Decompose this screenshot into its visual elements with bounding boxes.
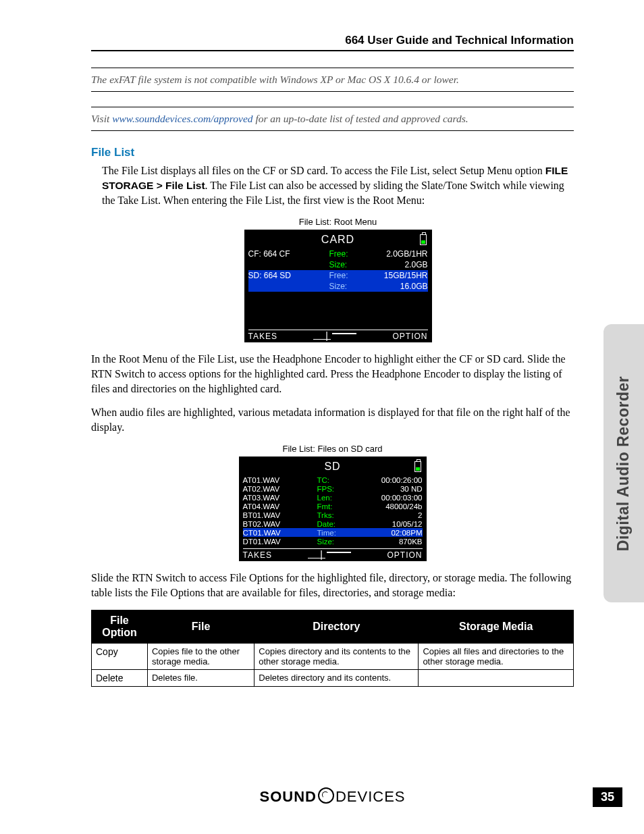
cell: Deletes file. [147, 669, 254, 686]
cell: Deletes directory and its contents. [254, 669, 419, 686]
section-heading: File List [91, 146, 574, 159]
meta-value: 02:08PM [344, 529, 423, 537]
callout-text: for an up-to-date list of tested and app… [253, 113, 468, 124]
section-tab-label: Digital Audio Recorder [615, 375, 633, 550]
file-row: AT01.WAVTC:00:00:26:00 [243, 475, 423, 484]
text: The File List displays all files on the … [102, 165, 545, 176]
stat-label: Size: [329, 260, 359, 269]
running-header: 664 User Guide and Technical Information [91, 34, 574, 51]
stat-label: Free: [329, 249, 359, 259]
stat-value: 2.0GB [359, 260, 428, 269]
card-name: CF: 664 CF [248, 249, 329, 259]
battery-icon [414, 461, 421, 472]
file-options-table: File Option File Directory Storage Media… [91, 610, 574, 687]
meta-value: 00:00:03:00 [344, 494, 423, 502]
meta-label: Date: [317, 520, 344, 528]
file-row-selected: CT01.WAVTime:02:08PM [243, 528, 423, 537]
page-footer: SOUNDDEVICES [91, 787, 574, 806]
figure-caption: File List: Root Menu [102, 217, 574, 227]
meta-value: 2 [344, 511, 423, 519]
file-name: BT01.WAV [243, 511, 317, 519]
callout-approved: Visit www.sounddevices.com/approved for … [91, 107, 574, 131]
softkey-left: TAKES [243, 550, 272, 560]
cell: Copies directory and its contents to the… [254, 643, 419, 669]
file-name: AT01.WAV [243, 476, 317, 484]
battery-icon [420, 234, 427, 245]
brand-text: SOUND [259, 788, 316, 805]
stat-label: Free: [329, 271, 359, 280]
paragraph: Slide the RTN Switch to access File Opti… [91, 571, 574, 600]
meta-label: Len: [317, 494, 344, 502]
scrub-indicator [313, 332, 356, 341]
meta-label: Size: [317, 538, 344, 546]
meta-label: TC: [317, 476, 344, 484]
card-row: CF: 664 CF Free: 2.0GB/1HR [248, 249, 428, 259]
meta-value: 870KB [344, 538, 423, 546]
meta-value: 00:00:26:00 [344, 476, 423, 484]
meta-value: 48000/24b [344, 502, 423, 511]
file-row: BT01.WAVTrks:2 [243, 511, 423, 519]
paragraph: The File List displays all files on the … [102, 163, 574, 207]
meta-label: Time: [317, 529, 344, 537]
screen-title: CARD [321, 234, 354, 245]
brand-logo: SOUNDDEVICES [259, 788, 405, 805]
th-directory: Directory [254, 610, 419, 643]
file-row: AT02.WAVFPS:30 ND [243, 484, 423, 493]
callout-exfat: The exFAT file system is not compatible … [91, 68, 574, 92]
meta-value: 10/05/12 [344, 520, 423, 528]
paragraph: When audio files are highlighted, variou… [91, 405, 574, 434]
th-storage: Storage Media [419, 610, 574, 643]
section-tab: Digital Audio Recorder [603, 324, 644, 602]
th-file-option: File Option [92, 610, 148, 643]
file-name: AT04.WAV [243, 502, 317, 511]
file-row: DT01.WAVSize:870KB [243, 537, 423, 546]
screen-title: SD [324, 461, 340, 472]
stat-value: 2.0GB/1HR [359, 249, 428, 259]
softkey-right: OPTION [392, 332, 427, 341]
file-name: CT01.WAV [243, 529, 317, 537]
file-row: BT02.WAVDate:10/05/12 [243, 519, 423, 528]
file-row: AT03.WAVLen:00:00:03:00 [243, 493, 423, 502]
swirl-icon [318, 787, 334, 804]
file-name: AT03.WAV [243, 494, 317, 502]
cell: Delete [92, 669, 148, 686]
paragraph: In the Root Menu of the File List, use t… [91, 352, 574, 396]
softkey-left: TAKES [248, 332, 277, 341]
th-file: File [147, 610, 254, 643]
scrub-indicator [308, 550, 351, 560]
device-screen-sd: SD AT01.WAVTC:00:00:26:00AT02.WAVFPS:30 … [239, 457, 427, 561]
stat-value: 15GB/15HR [359, 271, 428, 280]
file-name: BT02.WAV [243, 520, 317, 528]
softkey-right: OPTION [387, 550, 422, 560]
page-number: 35 [593, 787, 622, 807]
device-screen-root: CARD CF: 664 CF Free: 2.0GB/1HR Size: 2.… [244, 230, 432, 342]
file-name: AT02.WAV [243, 485, 317, 493]
stat-value: 16.0GB [359, 282, 428, 291]
file-name: DT01.WAV [243, 538, 317, 546]
card-row-selected: SD: 664 SD Free: 15GB/15HR [248, 270, 428, 281]
meta-value: 30 ND [344, 485, 423, 493]
cell [419, 669, 574, 686]
file-row: AT04.WAVFmt:48000/24b [243, 502, 423, 511]
approved-link[interactable]: www.sounddevices.com/approved [112, 113, 252, 124]
brand-text: DEVICES [336, 788, 406, 805]
figure-caption: File List: Files on SD card [91, 444, 574, 454]
table-row: Copy Copies file to the other storage me… [92, 643, 574, 669]
meta-label: Trks: [317, 511, 344, 519]
cell: Copy [92, 643, 148, 669]
meta-label: Fmt: [317, 502, 344, 511]
cell: Copies all files and directories to the … [419, 643, 574, 669]
cell: Copies file to the other storage media. [147, 643, 254, 669]
card-row: Size: 2.0GB [248, 259, 428, 270]
callout-text: Visit [91, 113, 112, 124]
card-row-selected: Size: 16.0GB [248, 281, 428, 292]
table-row: Delete Deletes file. Deletes directory a… [92, 669, 574, 686]
meta-label: FPS: [317, 485, 344, 493]
stat-label: Size: [329, 282, 359, 291]
card-name: SD: 664 SD [248, 271, 329, 280]
